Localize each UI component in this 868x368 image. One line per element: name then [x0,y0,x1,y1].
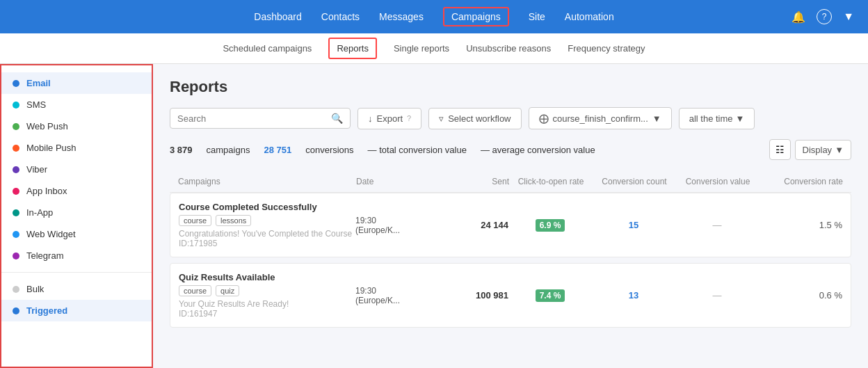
col-header-sent: Sent [440,177,509,186]
chevron-down-icon: ▼ [835,145,844,155]
select-workflow-button[interactable]: ▿ Select workflow [428,108,521,129]
col-header-cto-rate: Click-to-open rate [509,177,593,186]
col-header-conv-rate: Conversion rate [760,177,843,186]
subnav-scheduled-campaigns[interactable]: Scheduled campaigns [223,35,312,62]
campaign-id-0: ID:171985 [179,239,355,248]
campaign-info-1: Quiz Results Available course quiz Your … [179,272,355,319]
workflow-dropdown[interactable]: ⨁ course_finish_confirm... ▼ [529,107,672,129]
in-app-dot [13,209,19,216]
subnav-frequency-strategy[interactable]: Frequency strategy [568,35,645,62]
sidebar-item-mobile-push[interactable]: Mobile Push [1,137,152,159]
sidebar-item-app-inbox[interactable]: App Inbox [1,180,152,202]
table-row: Quiz Results Available course quiz Your … [170,263,851,328]
bell-icon[interactable]: 🔔 [791,10,805,24]
time-dropdown[interactable]: all the time ▼ [679,108,755,129]
sidebar-item-email[interactable]: Email [1,72,152,94]
cto-rate-badge-0: 6.9 % [536,219,565,232]
display-columns-button[interactable]: ☷ [769,139,791,160]
page-title: Reports [170,78,851,96]
sidebar-label-sms: SMS [26,99,46,110]
campaign-cto-rate-1: 7.4 % [508,290,592,301]
main-layout: Email SMS Web Push Mobile Push Viber App… [0,64,868,368]
sidebar-label-in-app: In-App [26,207,53,218]
search-icon: 🔍 [331,113,343,124]
sidebar-label-telegram: Telegram [26,250,63,261]
sidebar-item-bulk[interactable]: Bulk [1,278,152,300]
top-nav-icons: 🔔 ? ▼ [791,9,854,24]
nav-dashboard[interactable]: Dashboard [254,11,302,22]
subnav-reports[interactable]: Reports [328,38,377,59]
sidebar-item-in-app[interactable]: In-App [1,202,152,223]
top-nav-links: Dashboard Contacts Messages Campaigns Si… [254,7,613,26]
sidebar-item-telegram[interactable]: Telegram [1,245,152,266]
campaign-tags-0: course lessons [179,215,355,226]
avg-conversion-label: — average conversion value [481,145,595,155]
nav-messages[interactable]: Messages [379,11,424,22]
chevron-down-icon[interactable]: ▼ [843,10,854,23]
display-label: Display [803,145,833,155]
export-button[interactable]: ↓ Export ? [357,108,421,129]
campaign-date-1: 19:30 (Europe/K... [355,286,439,305]
table-header: Campaigns Date Sent Click-to-open rate C… [170,171,851,193]
col-header-campaigns: Campaigns [178,177,356,186]
export-icon: ↓ [368,113,373,124]
nav-campaigns[interactable]: Campaigns [443,7,509,26]
sidebar-divider [1,272,152,273]
time-label: all the time [689,113,733,124]
campaign-conv-rate-0: 1.5 % [759,220,842,230]
conversions-label: conversions [305,145,353,155]
search-input[interactable] [177,113,327,124]
web-push-dot [13,123,19,130]
sidebar-item-triggered[interactable]: Triggered [1,300,152,321]
campaign-conv-count-0: 15 [592,220,675,230]
web-widget-dot [13,231,19,238]
campaigns-label: campaigns [207,145,250,155]
sidebar-label-web-widget: Web Widget [26,229,76,239]
campaign-cto-rate-0: 6.9 % [508,220,592,230]
campaign-id-1: ID:161947 [179,309,355,319]
chevron-down-icon: ▼ [736,113,745,124]
campaign-name-0: Course Completed Successfully [179,202,355,212]
sidebar-label-triggered: Triggered [26,305,67,316]
campaign-info-0: Course Completed Successfully course les… [179,202,355,248]
sidebar-label-web-push: Web Push [26,121,68,131]
sidebar-item-viber[interactable]: Viber [1,159,152,180]
campaign-conv-value-1: — [675,290,759,301]
col-header-date: Date [356,177,440,186]
select-workflow-label: Select workflow [448,113,511,124]
table-row: Course Completed Successfully course les… [170,193,851,257]
nav-site[interactable]: Site [529,11,545,22]
campaign-conv-count-1: 13 [592,290,675,301]
sidebar-label-viber: Viber [26,164,47,175]
search-box[interactable]: 🔍 [170,108,351,129]
subnav-single-reports[interactable]: Single reports [394,35,449,62]
sidebar-item-web-widget[interactable]: Web Widget [1,223,152,245]
help-icon[interactable]: ? [817,9,832,24]
campaign-sent-0: 24 144 [439,220,508,230]
col-header-conv-count: Conversion count [593,177,676,186]
stats-row: 3 879 campaigns 28 751 conversions — tot… [170,139,851,160]
sidebar-item-web-push[interactable]: Web Push [1,115,152,137]
sidebar-label-mobile-push: Mobile Push [26,143,77,153]
sms-dot [13,102,19,109]
campaign-sent-1: 100 981 [439,290,508,301]
subnav-unsubscribe-reasons[interactable]: Unsubscribe reasons [466,35,551,62]
campaign-name-1: Quiz Results Available [179,272,355,282]
tag-course-0: course [179,215,211,226]
telegram-dot [13,253,19,259]
nav-automation[interactable]: Automation [565,11,614,22]
sidebar-label-app-inbox: App Inbox [26,186,67,196]
cto-rate-badge-1: 7.4 % [536,289,565,302]
nav-contacts[interactable]: Contacts [321,11,360,22]
filter-icon: ▿ [439,113,444,124]
sidebar-label-email: Email [26,78,51,88]
sidebar: Email SMS Web Push Mobile Push Viber App… [0,64,153,368]
total-conversion-label: — total conversion value [368,145,467,155]
chevron-down-icon: ▼ [652,113,661,124]
campaign-desc-1: Your Quiz Results Are Ready! [179,299,355,309]
display-button[interactable]: Display ▼ [795,140,852,160]
sidebar-item-sms[interactable]: SMS [1,94,152,115]
campaign-desc-0: Congratulations! You've Completed the Co… [179,229,355,239]
campaigns-count: 3 879 [170,145,193,155]
content-area: Reports 🔍 ↓ Export ? ▿ Select workflow ⨁… [153,64,868,368]
